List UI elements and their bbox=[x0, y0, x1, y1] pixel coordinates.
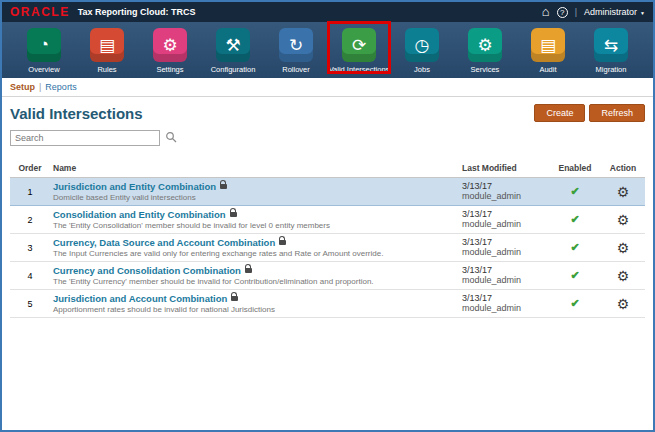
action-gear-icon[interactable]: ⚙ bbox=[617, 184, 630, 200]
nav-item-rollover[interactable]: ↻Rollover bbox=[265, 28, 328, 78]
nav-item-rules[interactable]: ▤Rules bbox=[76, 28, 139, 78]
row-order: 2 bbox=[10, 206, 50, 234]
title-row: Valid Intersections Create Refresh bbox=[2, 97, 653, 125]
row-description: The 'Entity Consolidation' member should… bbox=[53, 221, 456, 230]
search-icon[interactable] bbox=[165, 129, 177, 147]
breadcrumb-setup-link[interactable]: Setup bbox=[10, 82, 35, 92]
help-icon[interactable]: ? bbox=[557, 7, 568, 18]
nav-item-valid-intersections[interactable]: ⟳Valid Intersections bbox=[328, 28, 391, 78]
column-header-name: Name bbox=[50, 159, 459, 178]
search-input[interactable] bbox=[10, 130, 160, 146]
nav-item-label: Configuration bbox=[211, 65, 256, 74]
row-name-cell: Currency, Data Source and Account Combin… bbox=[50, 234, 459, 262]
nav-item-overview[interactable]: ◔Overview bbox=[13, 28, 76, 78]
app-window: ORACLE Tax Reporting Cloud: TRCS ⌂ ? | A… bbox=[0, 0, 655, 432]
nav-bar: ◔Overview▤Rules⚙Settings⚒Configuration↻R… bbox=[2, 22, 653, 78]
configuration-wrench-icon: ⚒ bbox=[216, 28, 250, 62]
row-description: The Input Currencies are valid only for … bbox=[53, 249, 456, 258]
rollover-arrow-icon: ↻ bbox=[279, 28, 313, 62]
refresh-button[interactable]: Refresh bbox=[589, 104, 645, 122]
action-gear-icon[interactable]: ⚙ bbox=[617, 240, 630, 256]
table-row[interactable]: 5Jurisdiction and Account CombinationApp… bbox=[10, 290, 645, 318]
services-gear-icon: ⚙ bbox=[468, 28, 502, 62]
modified-date: 3/13/17 bbox=[462, 209, 546, 219]
configuration-tile: ⚒ bbox=[216, 28, 250, 62]
row-name-cell: Consolidation and Entity CombinationThe … bbox=[50, 206, 459, 234]
breadcrumb-reports-link[interactable]: Reports bbox=[45, 82, 77, 92]
modified-by: module_admin bbox=[462, 303, 546, 313]
valid-intersections-icon: ⟳ bbox=[342, 28, 376, 62]
nav-item-migration[interactable]: ⇆Migration bbox=[580, 28, 643, 78]
breadcrumb-separator: | bbox=[39, 82, 41, 92]
topbar-right-group: ⌂ ? | Administrator ▼ bbox=[542, 6, 645, 18]
intersections-table: OrderNameLast ModifiedEnabledAction 1Jur… bbox=[10, 159, 645, 318]
nav-item-configuration[interactable]: ⚒Configuration bbox=[202, 28, 265, 78]
table-row[interactable]: 3Currency, Data Source and Account Combi… bbox=[10, 234, 645, 262]
lock-icon bbox=[231, 296, 238, 301]
table-row[interactable]: 4Currency and Consolidation CombinationT… bbox=[10, 262, 645, 290]
nav-item-label: Migration bbox=[596, 65, 627, 74]
intersection-name-link[interactable]: Consolidation and Entity Combination bbox=[53, 209, 226, 220]
table-row[interactable]: 2Consolidation and Entity CombinationThe… bbox=[10, 206, 645, 234]
row-description: Domicile based Entity valid intersection… bbox=[53, 193, 456, 202]
last-modified-cell: 3/13/17module_admin bbox=[459, 290, 549, 318]
nav-item-label: Jobs bbox=[414, 65, 430, 74]
create-button[interactable]: Create bbox=[534, 104, 585, 122]
modified-by: module_admin bbox=[462, 191, 546, 201]
modified-date: 3/13/17 bbox=[462, 237, 546, 247]
row-name-cell: Jurisdiction and Account CombinationAppo… bbox=[50, 290, 459, 318]
search-row bbox=[2, 125, 653, 149]
jobs-clock-icon: ◷ bbox=[405, 28, 439, 62]
enabled-check-icon: ✔ bbox=[570, 213, 579, 225]
migration-tile: ⇆ bbox=[594, 28, 628, 62]
intersection-name-link[interactable]: Currency, Data Source and Account Combin… bbox=[53, 237, 275, 248]
page-title: Valid Intersections bbox=[10, 105, 143, 122]
home-icon[interactable]: ⌂ bbox=[542, 6, 550, 18]
modified-by: module_admin bbox=[462, 275, 546, 285]
modified-by: module_admin bbox=[462, 247, 546, 257]
row-order: 1 bbox=[10, 178, 50, 206]
table-row[interactable]: 1Jurisdiction and Entity CombinationDomi… bbox=[10, 178, 645, 206]
enabled-check-icon: ✔ bbox=[570, 297, 579, 309]
settings-gear-icon: ⚙ bbox=[153, 28, 187, 62]
row-name-cell: Jurisdiction and Entity CombinationDomic… bbox=[50, 178, 459, 206]
enabled-check-icon: ✔ bbox=[570, 241, 579, 253]
modified-date: 3/13/17 bbox=[462, 181, 546, 191]
column-header-last-modified: Last Modified bbox=[459, 159, 549, 178]
modified-date: 3/13/17 bbox=[462, 265, 546, 275]
services-tile: ⚙ bbox=[468, 28, 502, 62]
user-menu[interactable]: Administrator ▼ bbox=[584, 7, 645, 17]
action-gear-icon[interactable]: ⚙ bbox=[617, 268, 630, 284]
rules-icon: ▤ bbox=[90, 28, 124, 62]
audit-list-icon: ▤ bbox=[531, 28, 565, 62]
intersection-name-link[interactable]: Jurisdiction and Entity Combination bbox=[53, 181, 216, 192]
last-modified-cell: 3/13/17module_admin bbox=[459, 178, 549, 206]
table-body: 1Jurisdiction and Entity CombinationDomi… bbox=[10, 178, 645, 318]
chevron-down-icon: ▼ bbox=[640, 10, 645, 16]
topbar-separator: | bbox=[575, 7, 577, 17]
overview-tile: ◔ bbox=[27, 28, 61, 62]
column-header-action: Action bbox=[601, 159, 645, 178]
table-header-row: OrderNameLast ModifiedEnabledAction bbox=[10, 159, 645, 178]
breadcrumb: Setup | Reports bbox=[2, 78, 653, 97]
jobs-tile: ◷ bbox=[405, 28, 439, 62]
nav-item-jobs[interactable]: ◷Jobs bbox=[391, 28, 454, 78]
overview-gauge-icon: ◔ bbox=[27, 28, 61, 62]
intersection-name-link[interactable]: Currency and Consolidation Combination bbox=[53, 265, 241, 276]
action-gear-icon[interactable]: ⚙ bbox=[617, 212, 630, 228]
column-header-order: Order bbox=[10, 159, 50, 178]
nav-item-label: Rollover bbox=[282, 65, 310, 74]
action-buttons: Create Refresh bbox=[534, 104, 645, 122]
lock-icon bbox=[245, 268, 252, 273]
lock-icon bbox=[220, 184, 227, 189]
rollover-tile: ↻ bbox=[279, 28, 313, 62]
oracle-logo: ORACLE bbox=[10, 5, 70, 19]
nav-item-label: Overview bbox=[28, 65, 59, 74]
action-gear-icon[interactable]: ⚙ bbox=[617, 296, 630, 312]
intersection-name-link[interactable]: Jurisdiction and Account Combination bbox=[53, 293, 227, 304]
nav-item-audit[interactable]: ▤Audit bbox=[517, 28, 580, 78]
nav-item-services[interactable]: ⚙Services bbox=[454, 28, 517, 78]
last-modified-cell: 3/13/17module_admin bbox=[459, 262, 549, 290]
nav-item-settings[interactable]: ⚙Settings bbox=[139, 28, 202, 78]
app-title: Tax Reporting Cloud: TRCS bbox=[78, 7, 196, 17]
